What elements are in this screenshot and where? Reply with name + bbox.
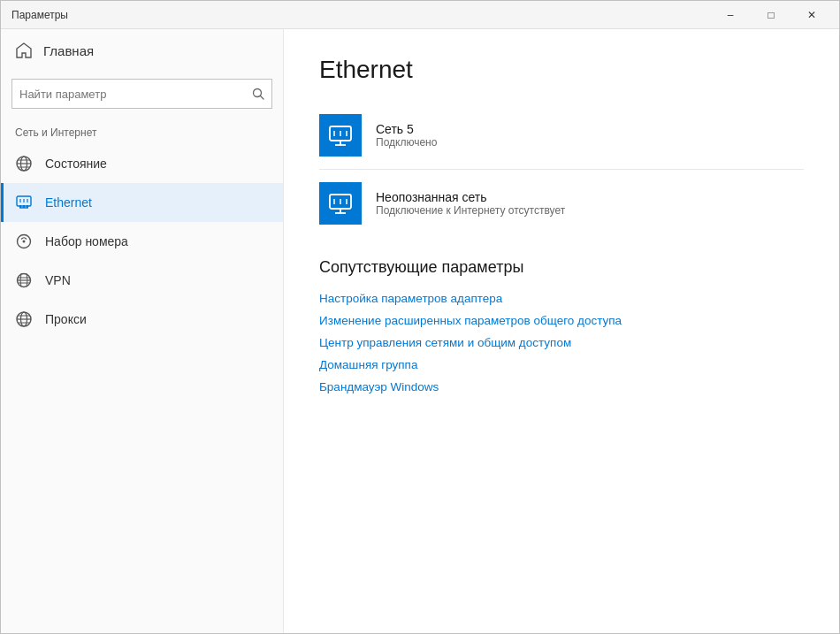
search-container <box>1 72 283 119</box>
sidebar-item-status[interactable]: Состояние <box>1 144 283 183</box>
globe-icon <box>15 155 33 172</box>
related-link-0[interactable]: Настройка параметров адаптера <box>319 287 804 309</box>
network-info-0: Сеть 5 Подключено <box>376 122 437 149</box>
sidebar-item-ethernet-label: Ethernet <box>45 195 92 210</box>
settings-window: Параметры – □ ✕ Главная <box>0 0 840 634</box>
related-link-3[interactable]: Домашняя группа <box>319 354 804 376</box>
sidebar: Главная Сеть и Интернет <box>1 29 284 633</box>
network-card-name-1: Неопознанная сеть <box>376 190 565 204</box>
related-link-2[interactable]: Центр управления сетями и общим доступом <box>319 332 804 354</box>
network-info-1: Неопознанная сеть Подключение к Интернет… <box>376 190 565 217</box>
network-card-status-1: Подключение к Интернету отсутствует <box>376 204 565 217</box>
search-input[interactable] <box>19 88 247 101</box>
sidebar-item-vpn-label: VPN <box>45 273 71 287</box>
related-section-title: Сопутствующие параметры <box>319 258 804 277</box>
ethernet-icon <box>15 194 33 211</box>
network-icon-0 <box>319 114 362 157</box>
vpn-icon <box>15 271 33 289</box>
sidebar-item-dialup[interactable]: Набор номера <box>1 222 283 261</box>
sidebar-section-label: Сеть и Интернет <box>1 119 283 144</box>
close-button[interactable]: ✕ <box>791 1 832 29</box>
proxy-icon <box>15 310 33 328</box>
network-card-1[interactable]: Неопознанная сеть Подключение к Интернет… <box>319 173 804 233</box>
home-icon <box>15 42 33 59</box>
search-icon <box>252 88 264 100</box>
titlebar: Параметры – □ ✕ <box>1 1 839 29</box>
main-content: Ethernet Сеть 5 Подключено <box>284 29 839 633</box>
sidebar-item-proxy-label: Прокси <box>45 312 87 326</box>
sidebar-home-label: Главная <box>43 43 94 58</box>
network-card-name-0: Сеть 5 <box>376 122 437 136</box>
sidebar-item-dialup-label: Набор номера <box>45 234 128 248</box>
dialup-icon <box>15 233 33 250</box>
related-link-1[interactable]: Изменение расширенных параметров общего … <box>319 309 804 332</box>
network-icon-1 <box>319 182 362 225</box>
window-controls: – □ ✕ <box>710 1 832 29</box>
sidebar-item-vpn[interactable]: VPN <box>1 261 283 300</box>
content-area: Главная Сеть и Интернет <box>1 29 839 633</box>
network-divider <box>319 169 804 170</box>
svg-point-16 <box>23 241 26 243</box>
sidebar-home-button[interactable]: Главная <box>1 29 283 72</box>
maximize-button[interactable]: □ <box>751 1 791 29</box>
network-card-0[interactable]: Сеть 5 Подключено <box>319 105 804 165</box>
sidebar-item-proxy[interactable]: Прокси <box>1 300 283 339</box>
minimize-button[interactable]: – <box>710 1 751 29</box>
network-card-status-0: Подключено <box>376 136 437 149</box>
svg-line-1 <box>261 96 264 100</box>
sidebar-item-status-label: Состояние <box>45 157 107 171</box>
page-title: Ethernet <box>319 56 804 84</box>
search-box[interactable] <box>11 79 272 109</box>
sidebar-item-ethernet[interactable]: Ethernet <box>1 183 283 222</box>
window-title: Параметры <box>11 9 68 21</box>
related-link-4[interactable]: Брандмауэр Windows <box>319 376 804 398</box>
